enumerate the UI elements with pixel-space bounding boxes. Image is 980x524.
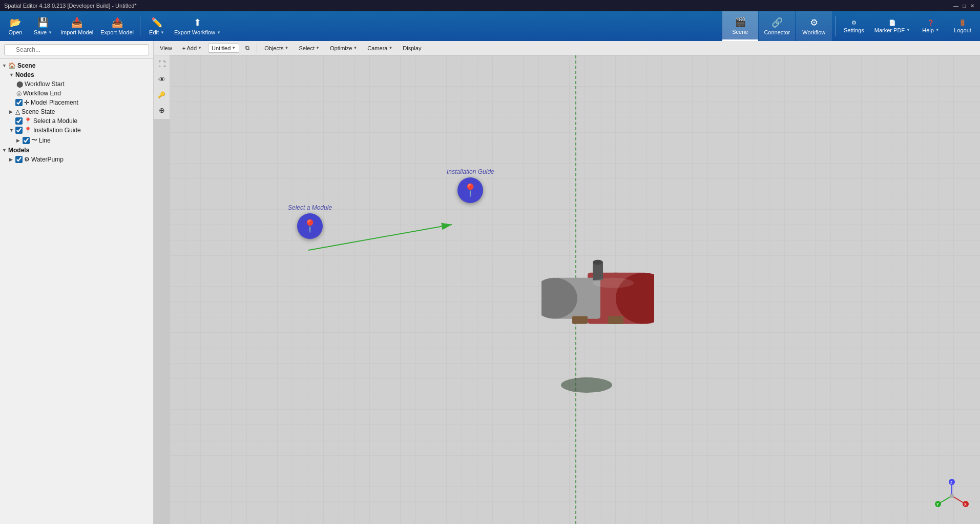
scene-node[interactable]: ▼ 🏠 Scene (0, 61, 153, 70)
line-label: Line (39, 137, 51, 144)
save-label: Save ▼ (34, 29, 52, 35)
main-toolbar: 📂 Open 💾 Save ▼ 📥 Import Model 📤 Export … (0, 11, 980, 41)
view-button[interactable]: View (156, 44, 176, 52)
models-label: Models (8, 147, 29, 154)
toolbar-divider-2 (835, 16, 836, 36)
line-checkbox[interactable] (23, 137, 30, 144)
model-placement-node[interactable]: ✛ Model Placement (0, 98, 153, 107)
installation-guide-node[interactable]: ▼ 📍 Installation Guide (0, 126, 153, 135)
add-button[interactable]: + Add ▼ (178, 44, 206, 52)
marker-pdf-label: Marker PDF ▼ (874, 27, 910, 33)
water-pump-node[interactable]: ▶ ⚙ WaterPump (0, 155, 153, 164)
water-pump-arrow-icon: ▶ (9, 157, 15, 162)
select-module-node[interactable]: 📍 Select a Module (0, 116, 153, 126)
open-button[interactable]: 📂 Open (2, 13, 29, 39)
poi-select-module[interactable]: Select a Module 📍 (288, 204, 332, 239)
help-button[interactable]: ❓ Help ▼ (915, 13, 946, 39)
view-label: View (160, 45, 172, 51)
copy-button[interactable]: ⧉ (241, 44, 254, 52)
key-icon: 🔑 (158, 91, 165, 98)
untitled-dropdown[interactable]: Untitled ▼ (208, 44, 239, 53)
scene-icon: 🎬 (735, 16, 746, 28)
poi-installation-guide[interactable]: Installation Guide 📍 (447, 168, 494, 203)
edit-button[interactable]: ✏️ Edit ▼ (143, 13, 170, 39)
connector-icon: 🔗 (772, 17, 783, 28)
model-placement-checkbox[interactable] (15, 99, 23, 106)
key-button[interactable]: 🔑 (155, 88, 169, 102)
export-model-button[interactable]: 📤 Export Model (97, 13, 137, 39)
scene-tree: ▼ 🏠 Scene ▼ Nodes ⬤ Workflow Start (0, 59, 153, 524)
search-input[interactable] (4, 44, 149, 55)
settings-label: Settings (844, 27, 864, 33)
toolbar-divider-1 (140, 16, 140, 36)
optimize-arrow-icon: ▼ (353, 46, 357, 50)
zoom-icon: ⊕ (159, 106, 165, 114)
line-node[interactable]: ▶ 〜 Line (0, 135, 153, 146)
sidebar: 🔍 ▼ 🏠 Scene ▼ Nodes ⬤ Workflow St (0, 41, 154, 524)
close-button[interactable]: ✕ (969, 2, 976, 9)
workflow-end-node[interactable]: ◎ Workflow End (0, 89, 153, 98)
zoom-button[interactable]: ⊕ (155, 104, 169, 117)
poi-installation-guide-circle[interactable]: 📍 (457, 177, 483, 203)
logout-icon: 🚪 (959, 19, 966, 26)
scene-3d[interactable]: Select a Module 📍 Installation Guide 📍 (170, 55, 980, 524)
settings-button[interactable]: ⚙ Settings (839, 13, 869, 39)
select-button[interactable]: Select ▼ (295, 44, 324, 52)
untitled-arrow-icon: ▼ (232, 46, 236, 50)
poi-installation-guide-pin-icon: 📍 (463, 183, 478, 197)
models-node[interactable]: ▼ Models (0, 146, 153, 155)
logout-button[interactable]: 🚪 Logout (947, 13, 978, 39)
objects-label: Objects (264, 45, 283, 51)
viewport[interactable]: View + Add ▼ Untitled ▼ ⧉ Objects ▼ Sele… (154, 41, 980, 524)
search-box: 🔍 (0, 41, 153, 59)
select-module-checkbox[interactable] (15, 117, 23, 125)
optimize-label: Optimize (330, 45, 352, 51)
save-button[interactable]: 💾 Save ▼ (30, 13, 56, 39)
camera-button[interactable]: Camera ▼ (363, 44, 397, 52)
workflow-tab[interactable]: ⚙ Workflow (796, 11, 832, 41)
optimize-button[interactable]: Optimize ▼ (326, 44, 361, 52)
workflow-label: Workflow (802, 29, 825, 35)
marker-pdf-button[interactable]: 📄 Marker PDF ▼ (870, 13, 914, 39)
visibility-button[interactable]: 👁 (155, 73, 169, 86)
main-layout: 🔍 ▼ 🏠 Scene ▼ Nodes ⬤ Workflow St (0, 41, 980, 524)
search-wrapper: 🔍 (4, 44, 149, 55)
export-workflow-label: Export Workflow ▼ (174, 29, 221, 35)
maximize-button[interactable]: □ (961, 2, 968, 9)
workflow-start-icon: ⬤ (16, 80, 23, 88)
svg-line-19 (939, 496, 952, 503)
connector-label: Connector (764, 29, 790, 35)
objects-button[interactable]: Objects ▼ (260, 44, 293, 52)
connector-tab[interactable]: 🔗 Connector (759, 11, 795, 41)
help-arrow-icon: ▼ (935, 28, 940, 32)
import-model-label: Import Model (60, 29, 93, 35)
viewport-toolbar: View + Add ▼ Untitled ▼ ⧉ Objects ▼ Sele… (154, 41, 980, 55)
svg-point-12 (593, 278, 634, 288)
scene-tab[interactable]: 🎬 Scene (722, 11, 758, 41)
scene-node-icon: 🏠 (8, 62, 16, 69)
svg-point-9 (593, 260, 603, 265)
display-button[interactable]: Display (399, 44, 425, 52)
nodes-node[interactable]: ▼ Nodes (0, 70, 153, 79)
edit-label: Edit ▼ (149, 29, 164, 35)
scene-arrow-icon: ▼ (2, 63, 8, 68)
expand-icon: ⛶ (158, 60, 165, 68)
expand-button[interactable]: ⛶ (155, 57, 169, 71)
import-model-button[interactable]: 📥 Import Model (57, 13, 96, 39)
minimize-button[interactable]: — (952, 2, 960, 9)
export-workflow-button[interactable]: ⬆ Export Workflow ▼ (171, 13, 224, 39)
water-pump-label: WaterPump (31, 156, 64, 163)
line-icon: 〜 (31, 136, 37, 145)
save-arrow-icon: ▼ (48, 30, 52, 35)
edit-arrow-icon: ▼ (160, 30, 164, 35)
poi-select-module-circle[interactable]: 📍 (297, 213, 323, 239)
poi-installation-guide-label: Installation Guide (447, 168, 494, 175)
marker-pdf-arrow-icon: ▼ (906, 28, 910, 32)
svg-rect-10 (572, 316, 588, 324)
eye-icon: 👁 (158, 75, 165, 84)
workflow-start-node[interactable]: ⬤ Workflow Start (0, 79, 153, 89)
water-pump-checkbox[interactable] (15, 156, 23, 163)
models-arrow-icon: ▼ (2, 148, 8, 153)
installation-guide-checkbox[interactable] (15, 127, 23, 134)
scene-state-node[interactable]: ▶ △ Scene State (0, 107, 153, 116)
